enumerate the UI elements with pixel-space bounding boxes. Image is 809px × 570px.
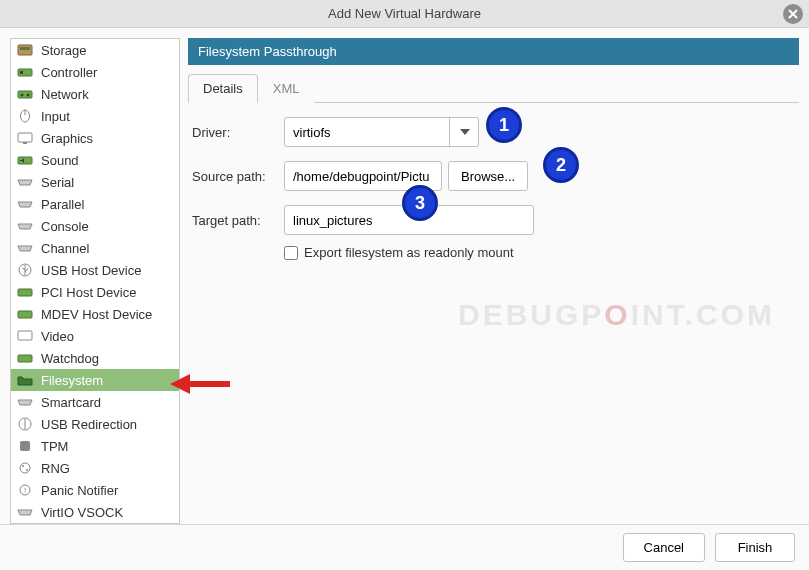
svg-rect-10: [23, 142, 27, 144]
sidebar-item-label: Sound: [41, 153, 79, 168]
annotation-balloon-2: 2: [543, 147, 579, 183]
sidebar-item-label: Network: [41, 87, 89, 102]
sidebar-item-label: Channel: [41, 241, 89, 256]
sidebar-item-label: USB Host Device: [41, 263, 141, 278]
mdev-icon: [17, 307, 33, 321]
driver-label: Driver:: [192, 125, 276, 140]
sidebar-item-rng[interactable]: RNG: [11, 457, 179, 479]
display-icon: [17, 131, 33, 145]
panel-title: Filesystem Passthrough: [188, 38, 799, 65]
sidebar-item-label: Controller: [41, 65, 97, 80]
mouse-icon: [17, 109, 33, 123]
sidebar-item-label: Graphics: [41, 131, 93, 146]
annotation-arrow: [170, 372, 230, 396]
readonly-checkbox[interactable]: [284, 246, 298, 260]
sidebar-item-panic[interactable]: ! Panic Notifier: [11, 479, 179, 501]
svg-rect-4: [18, 91, 32, 98]
svg-rect-1: [20, 47, 30, 50]
sidebar-item-watchdog[interactable]: Watchdog: [11, 347, 179, 369]
network-icon: [17, 87, 33, 101]
sidebar-item-label: RNG: [41, 461, 70, 476]
dialog-body: Storage Controller Network Input Graphic…: [0, 28, 809, 524]
folder-icon: [17, 373, 33, 387]
sidebar-item-controller[interactable]: Controller: [11, 61, 179, 83]
sidebar-item-label: TPM: [41, 439, 68, 454]
sidebar-item-console[interactable]: Console: [11, 215, 179, 237]
dialog-footer: Cancel Finish: [0, 524, 809, 570]
sidebar-item-sound[interactable]: Sound: [11, 149, 179, 171]
vsock-icon: [17, 505, 33, 519]
sidebar-item-label: VirtIO VSOCK: [41, 505, 123, 520]
readonly-label: Export filesystem as readonly mount: [304, 245, 514, 260]
sidebar-item-smartcard[interactable]: Smartcard: [11, 391, 179, 413]
sidebar-item-label: Watchdog: [41, 351, 99, 366]
sidebar-item-mdev-host[interactable]: MDEV Host Device: [11, 303, 179, 325]
sound-icon: [17, 153, 33, 167]
sidebar-item-label: PCI Host Device: [41, 285, 136, 300]
sidebar-item-label: Video: [41, 329, 74, 344]
close-button[interactable]: [783, 4, 803, 24]
sidebar-item-parallel[interactable]: Parallel: [11, 193, 179, 215]
svg-text:!: !: [24, 486, 26, 495]
sidebar-item-label: MDEV Host Device: [41, 307, 152, 322]
sidebar-item-channel[interactable]: Channel: [11, 237, 179, 259]
sidebar-item-video[interactable]: Video: [11, 325, 179, 347]
annotation-balloon-3: 3: [402, 185, 438, 221]
annotation-balloon-1: 1: [486, 107, 522, 143]
svg-rect-16: [18, 355, 32, 362]
sidebar-item-network[interactable]: Network: [11, 83, 179, 105]
svg-rect-3: [20, 71, 23, 74]
driver-select[interactable]: [284, 117, 479, 147]
sidebar-item-label: Smartcard: [41, 395, 101, 410]
svg-point-20: [22, 465, 24, 467]
sidebar-item-label: Storage: [41, 43, 87, 58]
window-title: Add New Virtual Hardware: [328, 6, 481, 21]
sidebar-item-storage[interactable]: Storage: [11, 39, 179, 61]
svg-rect-18: [20, 441, 30, 451]
sidebar-item-usb-host[interactable]: USB Host Device: [11, 259, 179, 281]
usb-redir-icon: [17, 417, 33, 431]
svg-rect-9: [18, 133, 32, 142]
rng-icon: [17, 461, 33, 475]
sidebar-item-label: Serial: [41, 175, 74, 190]
sidebar-item-label: Filesystem: [41, 373, 103, 388]
tpm-icon: [17, 439, 33, 453]
panic-icon: !: [17, 483, 33, 497]
controller-icon: [17, 65, 33, 79]
svg-point-5: [21, 94, 24, 97]
console-icon: [17, 219, 33, 233]
sidebar-item-input[interactable]: Input: [11, 105, 179, 127]
sidebar-item-serial[interactable]: Serial: [11, 171, 179, 193]
source-path-label: Source path:: [192, 169, 276, 184]
tab-details[interactable]: Details: [188, 74, 258, 103]
tabs: Details XML: [188, 73, 799, 103]
svg-rect-13: [18, 289, 32, 296]
watermark: DEBUGPOINT.COM: [458, 298, 775, 332]
sidebar-item-label: Console: [41, 219, 89, 234]
smartcard-icon: [17, 395, 33, 409]
svg-point-19: [20, 463, 30, 473]
usb-icon: [17, 263, 33, 277]
sidebar-item-vsock[interactable]: VirtIO VSOCK: [11, 501, 179, 523]
parallel-icon: [17, 197, 33, 211]
sidebar-item-usb-redir[interactable]: USB Redirection: [11, 413, 179, 435]
sidebar-item-label: Input: [41, 109, 70, 124]
cancel-button[interactable]: Cancel: [623, 533, 705, 562]
target-path-label: Target path:: [192, 213, 276, 228]
sidebar-item-graphics[interactable]: Graphics: [11, 127, 179, 149]
svg-rect-15: [18, 331, 32, 340]
sidebar-item-label: Panic Notifier: [41, 483, 118, 498]
sidebar-item-tpm[interactable]: TPM: [11, 435, 179, 457]
svg-rect-14: [18, 311, 32, 318]
sidebar-item-pci-host[interactable]: PCI Host Device: [11, 281, 179, 303]
sidebar-item-label: Parallel: [41, 197, 84, 212]
finish-button[interactable]: Finish: [715, 533, 795, 562]
pci-icon: [17, 285, 33, 299]
svg-point-6: [27, 94, 30, 97]
tab-xml[interactable]: XML: [258, 74, 315, 103]
sidebar-item-filesystem[interactable]: Filesystem: [11, 369, 179, 391]
video-icon: [17, 329, 33, 343]
titlebar: Add New Virtual Hardware: [0, 0, 809, 28]
browse-button[interactable]: Browse...: [448, 161, 528, 191]
storage-icon: [17, 43, 33, 57]
